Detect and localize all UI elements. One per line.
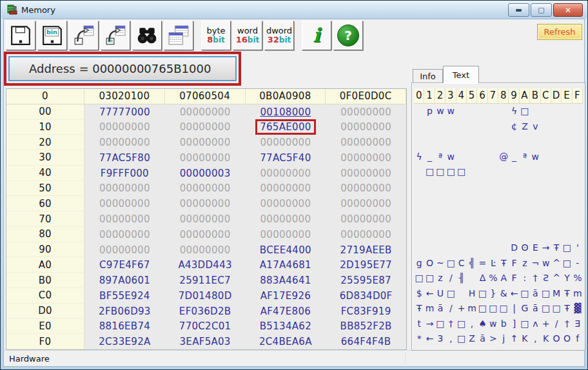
text-char-cell[interactable]: w [541, 255, 551, 271]
text-char-cell[interactable]: ª [435, 149, 446, 164]
text-char-cell[interactable]: ← [509, 286, 519, 301]
text-char-cell[interactable] [488, 225, 498, 240]
text-char-cell[interactable]: Ε [530, 240, 540, 255]
text-char-cell[interactable] [498, 195, 509, 210]
text-char-cell[interactable] [562, 104, 572, 119]
hex-cell[interactable]: 00000000 [165, 135, 246, 150]
text-char-cell[interactable]: ª [520, 149, 530, 164]
hex-cell[interactable]: 00000000 [84, 227, 165, 242]
text-char-cell[interactable]: □ [446, 164, 456, 180]
text-char-cell[interactable] [498, 240, 509, 255]
text-char-cell[interactable] [551, 164, 562, 180]
hex-cell[interactable]: 3EAF5A03 [165, 334, 246, 349]
hex-cell[interactable]: 2FB06D93 [84, 304, 165, 319]
hex-cell[interactable]: 897A0601 [84, 273, 165, 288]
hex-cell[interactable]: B5134A62 [246, 318, 326, 334]
hex-cell[interactable]: 00000000 [246, 166, 326, 181]
text-char-cell[interactable] [456, 195, 467, 210]
text-char-cell[interactable] [488, 195, 498, 210]
text-char-cell[interactable] [446, 209, 456, 225]
text-char-cell[interactable]: ╣ [467, 255, 477, 271]
text-char-cell[interactable] [446, 240, 456, 255]
text-char-cell[interactable] [446, 119, 456, 134]
hex-cell[interactable]: 00000000 [84, 120, 165, 135]
text-char-cell[interactable] [551, 149, 562, 164]
text-char-cell[interactable]: → [541, 240, 551, 255]
hex-cell[interactable]: 765AE000 [246, 120, 326, 135]
text-char-cell[interactable] [562, 119, 572, 134]
text-char-cell[interactable]: = [477, 255, 487, 271]
byte-mode-button[interactable]: byte 8bit [201, 21, 231, 50]
text-char-cell[interactable]: ^ [551, 255, 562, 271]
text-char-cell[interactable]: Δ [477, 270, 487, 286]
hex-cell[interactable]: 00000000 [246, 181, 326, 197]
hex-cell[interactable]: 00000003 [165, 166, 246, 181]
text-char-cell[interactable]: Y [562, 270, 572, 286]
text-char-cell[interactable] [530, 209, 540, 225]
info-button[interactable]: i [302, 21, 331, 50]
text-char-cell[interactable] [541, 209, 551, 225]
text-char-cell[interactable] [435, 225, 446, 240]
text-char-cell[interactable] [435, 134, 446, 150]
hex-cell[interactable]: 00000000 [326, 150, 406, 166]
text-char-cell[interactable] [414, 195, 424, 210]
text-char-cell[interactable] [435, 209, 446, 225]
text-char-cell[interactable] [530, 104, 540, 119]
text-char-cell[interactable] [414, 104, 424, 119]
hex-cell[interactable]: 00000000 [165, 227, 246, 242]
text-char-cell[interactable]: Ŧ [562, 300, 572, 316]
text-char-cell[interactable] [467, 149, 477, 164]
hex-cell[interactable]: 2D195E77 [326, 257, 406, 273]
text-char-cell[interactable]: * [414, 331, 424, 347]
hex-cell[interactable]: 00108000 [246, 104, 326, 120]
text-char-cell[interactable] [551, 195, 562, 210]
hex-cell[interactable]: 6D834D0F [326, 288, 406, 304]
text-char-cell[interactable] [456, 286, 467, 301]
text-char-cell[interactable]: K [541, 331, 551, 347]
text-char-cell[interactable]: □ [541, 286, 551, 301]
text-char-cell[interactable]: □ [456, 164, 467, 180]
text-char-cell[interactable] [477, 195, 487, 210]
text-char-cell[interactable] [446, 134, 456, 150]
text-char-cell[interactable] [477, 209, 487, 225]
text-char-cell[interactable] [541, 104, 551, 119]
text-char-cell[interactable] [467, 104, 477, 119]
hex-cell[interactable]: 00000000 [84, 242, 165, 258]
hex-cell[interactable]: 00000000 [165, 196, 246, 211]
hex-cell[interactable]: 25595E87 [326, 273, 406, 288]
text-char-cell[interactable] [477, 149, 487, 164]
text-char-cell[interactable]: w [435, 104, 446, 119]
load-binary-to-table-button[interactable] [101, 21, 130, 50]
text-char-cell[interactable]: □ [456, 331, 467, 347]
text-char-cell[interactable]: w [530, 149, 540, 164]
text-char-cell[interactable] [541, 164, 551, 180]
text-char-cell[interactable] [488, 149, 498, 164]
text-char-cell[interactable] [551, 104, 562, 119]
text-char-cell[interactable]: w [446, 149, 456, 164]
text-char-cell[interactable] [477, 104, 487, 119]
text-char-cell[interactable] [541, 149, 551, 164]
text-char-cell[interactable]: □ [477, 286, 487, 301]
text-char-cell[interactable] [498, 225, 509, 240]
address-display[interactable]: Address = 00000000765B1000 [8, 56, 237, 81]
text-char-cell[interactable]: † [530, 270, 540, 286]
text-char-cell[interactable]: □ [414, 270, 424, 286]
text-char-cell[interactable]: ā [530, 286, 540, 301]
text-char-cell[interactable] [477, 119, 487, 134]
text-char-cell[interactable] [488, 119, 498, 134]
text-char-cell[interactable] [424, 119, 435, 134]
text-char-cell[interactable]: □ [456, 316, 467, 331]
hex-cell[interactable]: 00000000 [326, 196, 406, 211]
find-button[interactable] [132, 21, 162, 50]
text-char-cell[interactable]: □ [562, 240, 572, 255]
text-char-cell[interactable]: _ [509, 149, 519, 164]
text-char-cell[interactable] [467, 270, 477, 286]
text-char-cell[interactable] [562, 195, 572, 210]
text-char-cell[interactable] [530, 134, 540, 150]
text-char-cell[interactable] [573, 179, 583, 195]
text-char-cell[interactable]: □ [446, 255, 456, 271]
text-char-cell[interactable] [488, 164, 498, 180]
text-char-cell[interactable]: Z [520, 119, 530, 134]
text-char-cell[interactable] [520, 179, 530, 195]
text-char-cell[interactable] [477, 240, 487, 255]
